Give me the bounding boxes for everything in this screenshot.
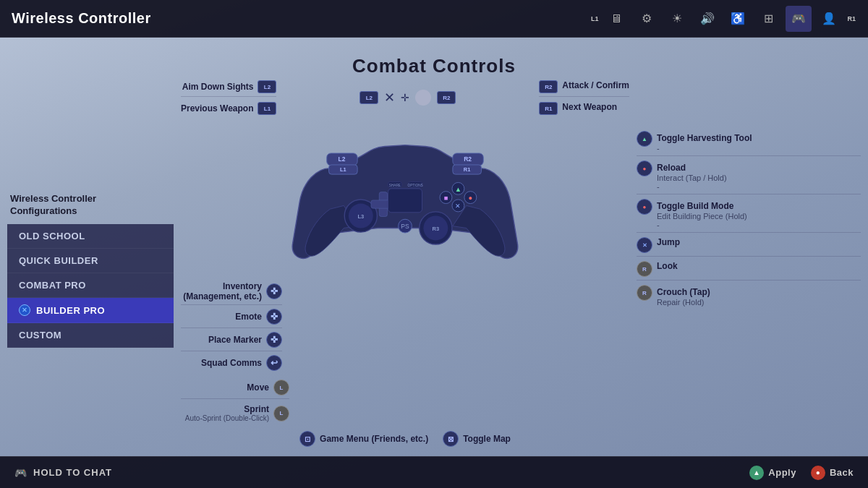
toggle-harvest-row: ▲ Toggle Harvesting Tool - (637, 128, 861, 156)
build-mode-label: Toggle Build Mode (657, 201, 733, 211)
interact-sublabel: Interact (Tap / Hold) (657, 174, 727, 182)
svg-text:R2: R2 (464, 155, 472, 163)
config-item-quick-builder[interactable]: QUICK BUILDER (7, 249, 174, 273)
jump-row: ✕ Jump (637, 234, 861, 257)
l1-badge: L1 (258, 102, 276, 115)
attack-confirm-row: R2 Attack / Confirm (539, 77, 629, 97)
attack-confirm-label: Attack / Confirm (562, 80, 629, 90)
right-panel: ▲ Toggle Harvesting Tool - ● Reload Inte… (637, 77, 861, 456)
r2-badge-right: R2 (539, 80, 558, 93)
triangle-badge: ▲ (637, 131, 652, 147)
svg-text:R3: R3 (433, 226, 440, 232)
toggle-harvest-label: Toggle Harvesting Tool (657, 133, 752, 143)
svg-text:▲: ▲ (455, 185, 461, 193)
sprint-sublabel: Auto-Sprint (Double-Click) (185, 414, 269, 422)
r1-badge-right: R1 (539, 102, 558, 115)
svg-text:OPTIONS: OPTIONS (408, 184, 423, 187)
move-row: Move L (181, 377, 289, 399)
rstick-badge: R (637, 261, 652, 277)
hold-chat-label: HOLD TO CHAT (33, 467, 112, 478)
toggle-harvest-sublabel: - (657, 144, 752, 153)
config-list: OLD SCHOOL QUICK BUILDER COMBAT PRO ✕ BU… (7, 224, 174, 348)
reload-row: ● Reload Interact (Tap / Hold) - (637, 158, 861, 194)
full-layout: Wireless Controller Configurations OLD S… (0, 77, 868, 456)
settings-icon[interactable]: ⚙ (634, 6, 660, 32)
edit-piece-sublabel: Edit Building Piece (Hold) (657, 212, 747, 221)
svg-text:●: ● (469, 194, 473, 202)
ctrl-r2: R2 (437, 91, 456, 104)
topbar-icons: L1 🖥 ⚙ ☀ 🔊 ♿ ⊞ 🎮 👤 R1 (590, 6, 856, 32)
accessibility-icon[interactable]: ♿ (725, 6, 751, 32)
game-menu-item: ⊡ Game Menu (Friends, etc.) (299, 431, 428, 447)
previous-weapon-label: Previous Weapon (181, 103, 253, 114)
build-mode-dash: - (657, 221, 747, 229)
fleur-badge-2: ✜ (266, 309, 282, 325)
toggle-map-label: Toggle Map (463, 434, 511, 444)
cross-badge: ✕ (637, 237, 652, 253)
audio-icon[interactable]: 🔊 (694, 6, 720, 32)
jump-label: Jump (657, 237, 680, 247)
look-row: R Look (637, 258, 861, 281)
account-icon[interactable]: 👤 (816, 6, 842, 32)
config-item-custom[interactable]: CUSTOM (7, 323, 174, 348)
r3-badge: R (637, 285, 652, 301)
emote-label: Emote (235, 312, 262, 322)
badge-l1: L1 (591, 15, 599, 22)
chat-icon: 🎮 (14, 467, 27, 479)
fleur-badge-1: ✜ (266, 283, 282, 299)
look-label: Look (657, 261, 678, 271)
aim-down-sights-row: Aim Down Sights L2 (181, 77, 276, 97)
touchpad-mappings: ⊡ Game Menu (Friends, etc.) ⊠ Toggle Map (299, 431, 511, 447)
controller-image: L2 R2 L1 R1 L3 R3 (275, 119, 535, 278)
svg-rect-24 (388, 189, 422, 213)
lstick-badge2: L (273, 406, 289, 421)
game-menu-label: Game Menu (Friends, etc.) (320, 434, 428, 444)
config-item-combat-pro[interactable]: COMBAT PRO (7, 273, 174, 298)
topbar-title: Wireless Controller (12, 10, 151, 27)
move-label: Move (247, 382, 269, 393)
svg-text:SHARE: SHARE (389, 184, 401, 187)
place-marker-row: Place Marker ✜ (181, 329, 282, 351)
config-label: Wireless Controller Configurations (7, 193, 174, 218)
fleur-badge-4: ↩ (266, 355, 282, 371)
circle-badge-2: ● (637, 199, 652, 215)
svg-text:R1: R1 (464, 166, 471, 173)
config-item-old-school[interactable]: OLD SCHOOL (7, 224, 174, 249)
triangle-apply-icon: ▲ (749, 466, 764, 480)
share-icon: ⊠ (443, 431, 459, 447)
config-item-builder-pro[interactable]: ✕ BUILDER PRO (7, 298, 174, 323)
sprint-row: Sprint Auto-Sprint (Double-Click) L (181, 401, 289, 425)
x-badge-icon: ✕ (19, 304, 30, 316)
controller-icon[interactable]: 🎮 (786, 6, 812, 32)
back-label: Back (830, 467, 854, 478)
inventory-row: Inventory (Management, etc.) ✜ (181, 278, 282, 305)
build-mode-row: ● Toggle Build Mode Edit Building Piece … (637, 196, 861, 233)
fleur-badge-3: ✜ (266, 332, 282, 348)
brightness-icon[interactable]: ☀ (664, 6, 690, 32)
svg-text:✕: ✕ (455, 202, 461, 210)
place-marker-label: Place Marker (208, 335, 262, 345)
inventory-label: Inventory (Management, etc.) (181, 281, 262, 301)
back-action[interactable]: ● Back (811, 466, 854, 480)
network-icon[interactable]: ⊞ (755, 6, 781, 32)
bottombar-right: ▲ Apply ● Back (749, 466, 854, 480)
svg-text:■: ■ (444, 194, 448, 202)
left-panel: Wireless Controller Configurations OLD S… (7, 77, 174, 456)
bottombar-left: 🎮 HOLD TO CHAT (14, 467, 112, 479)
page-title: Combat Controls (352, 55, 516, 77)
bottombar: 🎮 HOLD TO CHAT ▲ Apply ● Back (0, 456, 868, 488)
l2-badge: L2 (258, 80, 276, 93)
reload-label: Reload (657, 163, 686, 173)
repair-sublabel: Repair (Hold) (657, 298, 710, 307)
display-icon[interactable]: 🖥 (603, 6, 629, 32)
svg-text:L2: L2 (339, 155, 346, 163)
apply-action[interactable]: ▲ Apply (749, 466, 796, 480)
sprint-label: Sprint (244, 404, 269, 414)
badge-r1: R1 (847, 15, 856, 22)
crouch-label: Crouch (Tap) (657, 287, 710, 297)
squad-comms-label: Squad Comms (201, 358, 262, 368)
main-content: Combat Controls Wireless Controller Conf… (0, 38, 868, 456)
toggle-map-item: ⊠ Toggle Map (443, 431, 511, 447)
reload-dash: - (657, 182, 727, 191)
center-panel: Aim Down Sights L2 Previous Weapon L1 L2… (174, 77, 637, 456)
